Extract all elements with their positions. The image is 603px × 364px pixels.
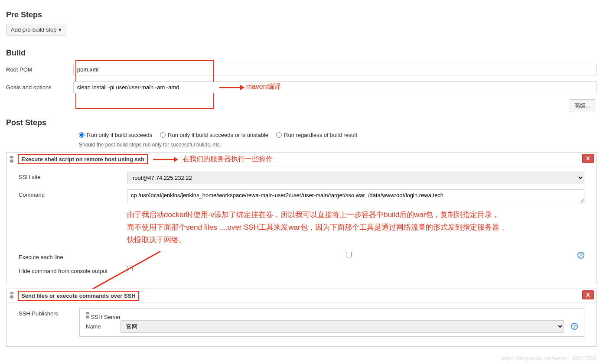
command-note-line3: 快慢取决于网络。 — [127, 236, 186, 244]
command-note-line1: 由于我启动docker时使用-v添加了绑定挂在卷，所以我可以直接将上一步容器中b… — [127, 211, 500, 219]
radio-run-succeeds-input[interactable] — [79, 132, 85, 138]
send-files-title: Send files or execute commands over SSH — [21, 292, 136, 299]
command-textarea[interactable]: cp /usr/local/jenkins/jenkins_home/works… — [127, 189, 584, 203]
execute-shell-title-box: Execute shell script on remote host usin… — [18, 154, 148, 164]
execute-each-line-checkbox[interactable] — [346, 252, 352, 257]
chevron-down-icon: ▾ — [59, 26, 62, 33]
ssh-publishers-label: SSH Publishers — [19, 308, 75, 317]
add-pre-build-step-button[interactable]: Add pre-build step ▾ — [6, 24, 66, 36]
build-heading: Build — [6, 49, 597, 58]
radio-run-regardless[interactable]: Run regardless of build result — [276, 132, 357, 138]
ssh-site-label: SSH site — [19, 172, 123, 180]
arrow-right-icon — [152, 155, 178, 164]
add-pre-build-step-label: Add pre-build step — [11, 26, 57, 33]
svg-marker-3 — [174, 157, 178, 162]
ssh-name-label: Name — [86, 323, 116, 330]
radio-run-regardless-input[interactable] — [276, 132, 282, 138]
ssh-name-select[interactable]: 官网 — [121, 320, 564, 333]
exec-shell-note: 在我们的服务器执行一些操作 — [183, 155, 273, 164]
delete-send-files-button[interactable]: X — [582, 290, 594, 299]
pre-steps-heading: Pre Steps — [6, 10, 597, 20]
goals-options-input[interactable] — [73, 81, 597, 93]
drag-handle-icon[interactable] — [10, 292, 13, 299]
command-note-line2: 而不使用下面那个send files ....over SSH工具来发war包，… — [127, 223, 507, 231]
drag-handle-icon[interactable] — [86, 312, 89, 319]
command-label: Command — [19, 189, 123, 198]
execute-shell-step: X Execute shell script on remote host us… — [6, 152, 597, 284]
ssh-site-select[interactable]: root@47.74.225.232:22 — [127, 172, 584, 184]
execute-each-line-label: Execute each line — [19, 252, 123, 260]
root-pom-label: Root POM — [6, 64, 73, 73]
post-steps-heading: Post Steps — [6, 118, 597, 127]
post-steps-help: Should the post-build steps run only for… — [79, 142, 597, 148]
maven-note: maven编译 — [246, 83, 281, 90]
root-pom-input[interactable] — [73, 64, 597, 75]
drag-handle-icon[interactable] — [10, 156, 13, 163]
watermark: https://blog.csdn.net/weixin_38312502 — [501, 355, 597, 355]
radio-run-succeeds[interactable]: Run only if build succeeds — [79, 132, 152, 138]
radio-run-unstable[interactable]: Run only if build succeeds or is unstabl… — [160, 132, 268, 138]
goals-options-label: Goals and options — [6, 81, 73, 91]
svg-marker-1 — [240, 85, 244, 90]
send-files-step: X Send files or execute commands over SS… — [6, 289, 597, 347]
delete-execute-shell-button[interactable]: X — [582, 154, 594, 163]
radio-run-unstable-input[interactable] — [160, 132, 166, 138]
help-icon[interactable]: ? — [577, 252, 584, 259]
arrow-right-icon — [218, 83, 244, 92]
send-files-title-box: Send files or execute commands over SSH — [18, 291, 139, 301]
advanced-button[interactable]: 高级... — [570, 99, 595, 112]
hide-command-label: Hide command from console output — [19, 266, 123, 274]
hide-command-checkbox[interactable] — [127, 266, 133, 271]
ssh-server-label: SSH Server — [91, 314, 121, 320]
execute-shell-title: Execute shell script on remote host usin… — [21, 156, 144, 162]
help-icon[interactable]: ? — [571, 323, 578, 330]
